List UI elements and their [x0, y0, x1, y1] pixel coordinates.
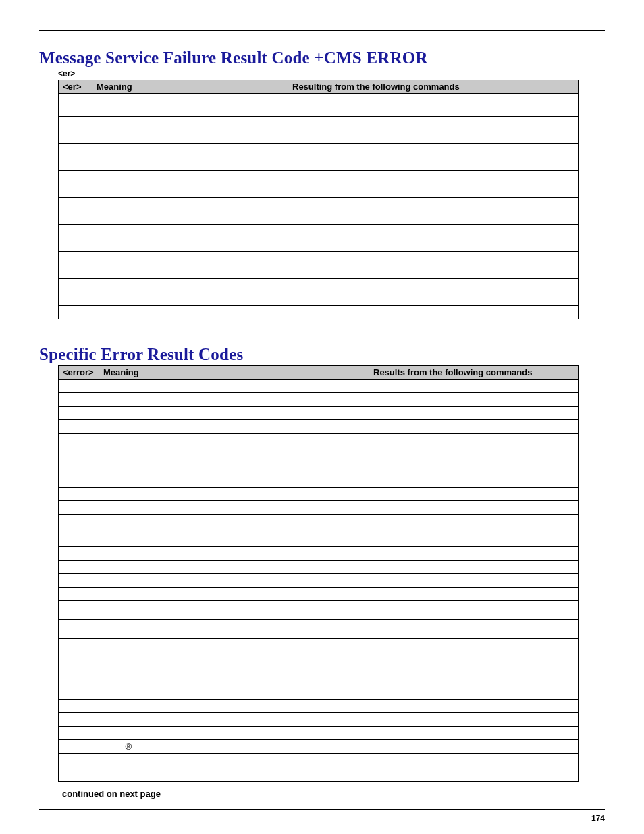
column-header: Meaning: [92, 80, 288, 94]
table-cell: [92, 171, 288, 184]
table-cell: [92, 225, 288, 238]
table-cell: [59, 184, 92, 198]
table-row: [59, 238, 579, 252]
table-cell: [59, 130, 92, 144]
table-cell: [288, 292, 579, 306]
table-cell: [59, 225, 92, 238]
table-cell: [59, 700, 99, 713]
table-row: [59, 94, 579, 117]
table-cell: [59, 306, 92, 319]
table-row: [59, 380, 579, 393]
table-row: [59, 727, 579, 740]
table-cell: [99, 420, 369, 434]
table-cell: [369, 488, 579, 501]
table-cell: [59, 601, 99, 620]
table-cell: [59, 488, 99, 501]
table-cell: [288, 252, 579, 265]
table-cell: [59, 144, 92, 157]
table-cell: [369, 561, 579, 574]
table-cell: [288, 94, 579, 117]
table-cell: [369, 713, 579, 727]
table-cell: [99, 700, 369, 713]
table-cell: [59, 238, 92, 252]
table-cell: [92, 252, 288, 265]
table-cell: ®: [99, 740, 369, 754]
section1-title: Message Service Failure Result Code +CMS…: [39, 49, 605, 68]
table-cell: [59, 198, 92, 211]
table-row: [59, 157, 579, 171]
table-cell: [288, 279, 579, 292]
table-cell: [59, 652, 99, 700]
table-row: [59, 515, 579, 533]
table-cell: [99, 727, 369, 740]
table-cell: [59, 588, 99, 601]
table-cell: [59, 171, 92, 184]
table-header-row: <er>MeaningResulting from the following …: [59, 80, 579, 94]
table-cell: [369, 652, 579, 700]
table-cell: [59, 252, 92, 265]
table-cell: [99, 407, 369, 420]
table-cell: [59, 639, 99, 652]
table-cell: [369, 515, 579, 533]
table-row: [59, 420, 579, 434]
table-cell: [92, 211, 288, 225]
table-cell: [369, 620, 579, 639]
table-cell: [288, 171, 579, 184]
table-row: [59, 588, 579, 601]
table-row: [59, 252, 579, 265]
table-row: [59, 130, 579, 144]
table-cell: [288, 211, 579, 225]
table-cell: [369, 434, 579, 488]
table-cell: [59, 380, 99, 393]
table-row: [59, 306, 579, 319]
continued-footnote: continued on next page: [62, 789, 605, 799]
table-cell: [59, 211, 92, 225]
table-cell: [288, 184, 579, 198]
table-row: [59, 211, 579, 225]
table-row: [59, 434, 579, 488]
table-cell: [369, 380, 579, 393]
table-cell: [59, 393, 99, 407]
table-cell: [59, 713, 99, 727]
page-number: 174: [591, 814, 605, 823]
table-cell: [59, 279, 92, 292]
table-cell: [92, 265, 288, 279]
table-cell: [59, 561, 99, 574]
table-row: [59, 639, 579, 652]
table-cell: [99, 574, 369, 588]
table-cell: [288, 225, 579, 238]
page: Message Service Failure Result Code +CMS…: [0, 0, 644, 834]
column-header: Resulting from the following commands: [288, 80, 579, 94]
table-row: [59, 279, 579, 292]
table-cell: [288, 144, 579, 157]
table-cell: [99, 754, 369, 782]
table-cell: [288, 157, 579, 171]
table-cell: [99, 488, 369, 501]
table-cell: [369, 407, 579, 420]
table-cell: [369, 601, 579, 620]
table-row: [59, 292, 579, 306]
table-header-row: <error>MeaningResults from the following…: [59, 366, 579, 380]
table-row: [59, 225, 579, 238]
table-cell: [99, 515, 369, 533]
table-cell: [59, 434, 99, 488]
table-cell: [92, 198, 288, 211]
table-cell: [92, 184, 288, 198]
table-cell: [369, 393, 579, 407]
table-cell: [288, 130, 579, 144]
table-cell: [99, 639, 369, 652]
table-cell: [59, 292, 92, 306]
table-cell: [59, 501, 99, 515]
table-row: [59, 574, 579, 588]
table-row: [59, 601, 579, 620]
column-header: <error>: [59, 366, 99, 380]
table-cell: [59, 727, 99, 740]
table-row: [59, 171, 579, 184]
table-cell: [369, 639, 579, 652]
table-cell: [369, 533, 579, 547]
table-cell: [99, 547, 369, 561]
column-header: Results from the following commands: [369, 366, 579, 380]
table-cell: [92, 94, 288, 117]
table-cell: [92, 130, 288, 144]
table-cell: [99, 533, 369, 547]
